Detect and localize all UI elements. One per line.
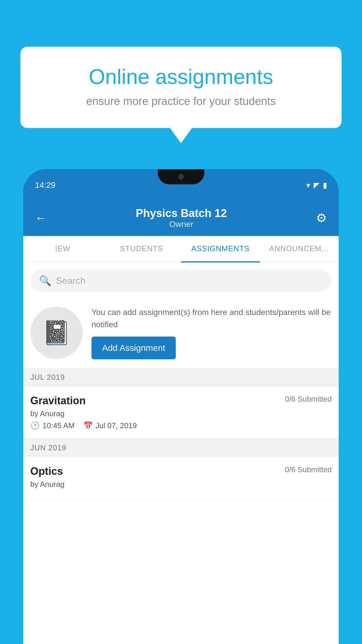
calendar-icon: 📅 <box>83 421 93 430</box>
search-placeholder: Search <box>56 275 85 286</box>
header-center: Physics Batch 12 Owner <box>136 207 227 229</box>
clock-icon: 🕐 <box>30 421 40 430</box>
assignment-author-gravitation: by Anurag <box>30 409 332 418</box>
search-bar[interactable]: 🔍 Search <box>30 270 332 292</box>
speech-bubble: Online assignments ensure more practice … <box>20 47 342 128</box>
assignment-top-row: Gravitation 0/6 Submitted <box>30 395 332 407</box>
date-value-gravitation: Jul 07, 2019 <box>96 421 137 430</box>
status-bar: 14:29 ▾ ◤ ▮ <box>23 169 339 201</box>
notch <box>158 169 204 184</box>
settings-icon[interactable]: ⚙ <box>316 211 327 225</box>
speech-bubble-title: Online assignments <box>41 64 321 89</box>
time-value-gravitation: 10:45 AM <box>43 421 75 430</box>
section-header-jun: JUN 2019 <box>23 439 339 457</box>
header-title: Physics Batch 12 <box>136 207 227 220</box>
assignment-status-gravitation: 0/6 Submitted <box>285 395 332 404</box>
section-header-jul: JUL 2019 <box>23 368 339 386</box>
assignment-status-optics: 0/6 Submitted <box>285 465 332 474</box>
tab-announcements[interactable]: ANNOUNCEM… <box>260 236 339 262</box>
speech-bubble-subtitle: ensure more practice for your students <box>41 95 321 108</box>
tabs: IEW STUDENTS ASSIGNMENTS ANNOUNCEM… <box>23 236 339 262</box>
assignment-item-optics[interactable]: Optics 0/6 Submitted by Anurag <box>23 457 339 500</box>
assignment-title-gravitation: Gravitation <box>30 395 86 407</box>
notebook-icon: 📓 <box>42 319 71 346</box>
camera <box>178 174 184 180</box>
speech-bubble-container: Online assignments ensure more practice … <box>20 47 342 128</box>
promo-section: 📓 You can add assignment(s) from here an… <box>23 298 339 368</box>
assignment-time-gravitation: 🕐 10:45 AM <box>30 421 75 430</box>
header-subtitle: Owner <box>136 220 227 229</box>
assignment-author-optics: by Anurag <box>30 480 332 489</box>
wifi-icon: ▾ <box>306 181 310 190</box>
add-assignment-button[interactable]: Add Assignment <box>92 337 176 359</box>
status-icons: ▾ ◤ ▮ <box>306 181 327 190</box>
assignment-item-gravitation[interactable]: Gravitation 0/6 Submitted by Anurag 🕐 10… <box>23 386 339 439</box>
assignment-top-row-optics: Optics 0/6 Submitted <box>30 465 332 477</box>
search-icon: 🔍 <box>39 275 51 286</box>
assignment-meta-gravitation: 🕐 10:45 AM 📅 Jul 07, 2019 <box>30 421 332 430</box>
tab-iew[interactable]: IEW <box>23 236 102 262</box>
back-button[interactable]: ← <box>35 211 47 225</box>
battery-icon: ▮ <box>323 181 327 190</box>
assignment-date-gravitation: 📅 Jul 07, 2019 <box>83 421 137 430</box>
app-header: ← Physics Batch 12 Owner ⚙ <box>23 201 339 236</box>
content-area: 🔍 Search 📓 You can add assignment(s) fro… <box>23 262 339 644</box>
phone-frame: 14:29 ▾ ◤ ▮ ← Physics Batch 12 Owner ⚙ I… <box>23 169 339 644</box>
promo-right: You can add assignment(s) from here and … <box>92 306 332 359</box>
signal-icon: ◤ <box>314 181 319 190</box>
promo-icon-circle: 📓 <box>30 307 83 359</box>
tab-assignments[interactable]: ASSIGNMENTS <box>181 236 260 262</box>
tab-students[interactable]: STUDENTS <box>102 236 181 262</box>
promo-text: You can add assignment(s) from here and … <box>92 306 332 331</box>
status-time: 14:29 <box>35 181 55 190</box>
assignment-title-optics: Optics <box>30 465 63 477</box>
